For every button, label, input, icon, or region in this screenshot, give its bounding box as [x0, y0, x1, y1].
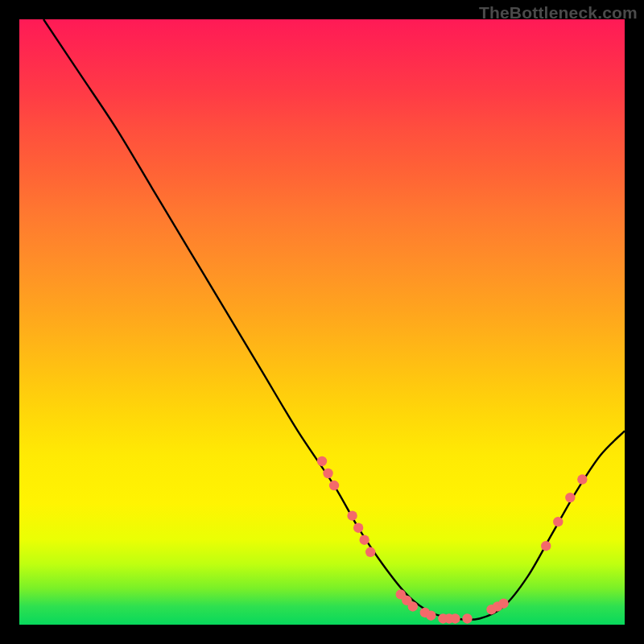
- data-marker: [408, 601, 418, 611]
- chart-frame: TheBottleneck.com: [0, 0, 644, 644]
- data-marker: [462, 613, 472, 623]
- data-marker: [365, 547, 375, 557]
- data-marker: [323, 469, 332, 478]
- data-marker: [317, 456, 327, 466]
- data-marker: [426, 611, 436, 621]
- data-markers: [317, 456, 588, 624]
- data-marker: [498, 598, 508, 608]
- data-marker: [577, 474, 587, 484]
- watermark-text: TheBottleneck.com: [479, 3, 638, 23]
- data-marker: [347, 510, 357, 520]
- chart-svg: [19, 19, 625, 625]
- data-marker: [359, 535, 369, 545]
- data-marker: [541, 541, 551, 551]
- data-marker: [450, 613, 460, 623]
- plot-area: [19, 19, 625, 625]
- data-marker: [553, 517, 563, 526]
- data-marker: [353, 522, 363, 532]
- bottleneck-curve: [43, 19, 625, 620]
- data-marker: [329, 481, 339, 490]
- data-marker: [565, 493, 575, 502]
